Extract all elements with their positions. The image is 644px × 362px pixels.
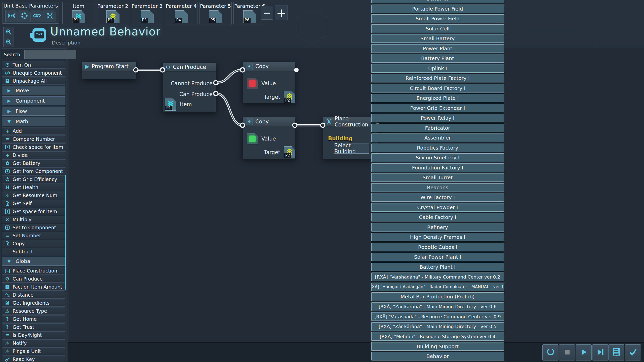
- category-flow[interactable]: ▶Flow: [2, 107, 65, 116]
- building-option-rx-z-r-k-r-na-main-mining-directory-ver-0-5[interactable]: [RXĀ] "Zār-kārāna" - Main Mining Directo…: [371, 322, 504, 331]
- parameter-slot-p5[interactable]: P5: [209, 10, 222, 23]
- building-option-refinery[interactable]: Refinery: [371, 223, 504, 232]
- instruction-get-home[interactable]: ?Get Home: [2, 315, 65, 323]
- category-global[interactable]: ▼Global: [2, 257, 65, 266]
- instruction-get-resource-num[interactable]: ⚠Get Resource Num: [2, 192, 65, 199]
- tab-parameter-5[interactable]: Parameter 5P5: [199, 2, 232, 24]
- instruction-get-space-for-item[interactable]: ?Get space for item: [2, 208, 65, 215]
- instruction-unpackage-all[interactable]: Unpackage All: [2, 77, 65, 85]
- category-math[interactable]: ▼Math: [2, 117, 65, 126]
- parameter-slot-p3[interactable]: P3: [141, 10, 154, 23]
- parameter-slot-p6[interactable]: P6: [243, 10, 256, 23]
- category-component[interactable]: ▶Component: [2, 96, 65, 105]
- collapse-button[interactable]: [44, 10, 56, 22]
- building-option-wire-factory-i[interactable]: Wire Factory I: [371, 193, 504, 202]
- building-option-small-power-field[interactable]: Small Power Field: [371, 14, 504, 23]
- building-option-power-plant[interactable]: Power Plant: [371, 44, 504, 53]
- tab-parameter-4[interactable]: Parameter 4P4: [165, 2, 197, 24]
- instruction-set-number[interactable]: =Set Number: [2, 232, 65, 239]
- building-option-small-turret[interactable]: Small Turret: [371, 173, 504, 182]
- node-copy-bottom[interactable]: Copy Value Target P2: [243, 117, 295, 159]
- instruction-place-construction[interactable]: Place Construction: [2, 267, 65, 275]
- building-option-solar-cell[interactable]: Solar Cell: [371, 24, 504, 33]
- building-option-reinforced-plate-factory-i[interactable]: Reinforced Plate Factory I: [371, 74, 504, 82]
- stop-button[interactable]: [559, 344, 575, 360]
- node-title-bar[interactable]: Copy: [243, 62, 295, 71]
- sidebar-scrollbar-thumb[interactable]: [65, 175, 66, 290]
- building-option-power-grid-extender-i[interactable]: Power Grid Extender I: [371, 104, 504, 112]
- behavior-title[interactable]: Unnamed Behavior: [50, 25, 160, 38]
- tab-parameter-3[interactable]: Parameter 3P3: [131, 2, 163, 24]
- node-can-produce[interactable]: ⚙ Can Produce Cannot Produce Can Produce…: [163, 63, 216, 112]
- building-option-building-support[interactable]: Building Support: [371, 342, 504, 351]
- behavior-graph-canvas[interactable]: ▶ Program Start ⚙ Can Produce Cannot Pro…: [68, 48, 644, 343]
- parameter-slot-p1[interactable]: P1: [72, 10, 85, 23]
- instruction-subtract[interactable]: −Subtract: [2, 248, 65, 255]
- step-button[interactable]: [592, 344, 608, 360]
- select-building-button[interactable]: Select Building: [334, 144, 369, 154]
- value-chip-green[interactable]: [247, 133, 258, 144]
- confirm-button[interactable]: [625, 344, 641, 360]
- node-title-bar[interactable]: ⚙ Can Produce: [163, 63, 216, 72]
- link-button[interactable]: [31, 10, 43, 22]
- building-option-beacons[interactable]: Beacons: [371, 183, 504, 192]
- instruction-get-ingredients[interactable]: Get Ingredients: [2, 299, 65, 307]
- behavior-description[interactable]: Description: [52, 40, 80, 46]
- instruction-is-day-night[interactable]: =Is Day/Night: [2, 331, 65, 339]
- instruction-get-health[interactable]: HGet Health: [2, 184, 65, 191]
- instruction-get-self[interactable]: Get Self: [2, 200, 65, 207]
- rotate-button[interactable]: [18, 10, 31, 22]
- building-option-foundation-factory-i[interactable]: Foundation Factory I: [371, 163, 504, 172]
- tab-parameter-2[interactable]: Parameter 2P2: [97, 2, 129, 24]
- instruction-compare-number[interactable]: =Compare Number: [2, 135, 65, 143]
- building-option-crystal-powder-i[interactable]: Crystal Powder I: [371, 203, 504, 212]
- instruction-read-key[interactable]: Read Key: [2, 355, 65, 362]
- value-chip-red[interactable]: [247, 78, 258, 89]
- instruction-multiply[interactable]: ×Multiply: [2, 216, 65, 223]
- reset-button[interactable]: [542, 344, 558, 360]
- building-option-silicon-smeltery-i[interactable]: Silicon Smeltery I: [371, 153, 504, 162]
- target-row[interactable]: Target P2: [264, 146, 295, 158]
- parameter-slot-p2[interactable]: P2: [284, 146, 295, 158]
- instruction-copy[interactable]: Copy: [2, 240, 65, 247]
- building-option-power-relay-i[interactable]: Power Relay I: [371, 114, 504, 122]
- parameter-slot-p2[interactable]: P2: [284, 91, 295, 103]
- parameter-slot-p1[interactable]: P1: [165, 98, 176, 111]
- instruction-pings-a-unit[interactable]: ⚠Pings a Unit: [2, 347, 65, 355]
- building-option-behavior[interactable]: Behavior: [371, 0, 504, 3]
- output-port-can-produce[interactable]: Can Produce: [179, 91, 213, 97]
- building-option-metal-bar-production-prefab[interactable]: Metal Bar Production (Prefab): [371, 292, 504, 301]
- remove-parameter-button[interactable]: −: [261, 6, 273, 20]
- parameter-slot-p4[interactable]: P4: [175, 10, 188, 23]
- instruction-turn-on[interactable]: Turn On: [2, 61, 65, 69]
- building-option-fabricator[interactable]: Fabricator: [371, 124, 504, 132]
- building-option-portable-power-field[interactable]: Portable Power Field: [371, 5, 504, 13]
- building-option-assembler[interactable]: Assembler: [371, 133, 504, 142]
- node-place-construction[interactable]: Place Construction Building Select Build…: [323, 117, 378, 159]
- instruction-notify[interactable]: ⚠Notify: [2, 339, 65, 347]
- building-option-rx-var-spada-resource-command-center-ver-0-9[interactable]: [RXĀ] "Varāspada" - Resource Command Cen…: [371, 312, 504, 321]
- building-option-battery-plant[interactable]: Battery Plant: [371, 54, 504, 63]
- building-option-rx-hamgar-i-azd-ng-n-radar-combinator-manual-ver-1-0[interactable]: [RXĀ] "Hamgar-i Azdāngān" - Radar Combin…: [371, 283, 504, 291]
- instruction-set-to-component[interactable]: Set to Component: [2, 224, 65, 231]
- building-option-cable-factory-i[interactable]: Cable Factory I: [371, 213, 504, 221]
- building-option-robotics-factory[interactable]: Robotics Factory: [371, 144, 504, 152]
- node-title-bar[interactable]: Place Construction: [323, 117, 378, 126]
- instruction-faction-item-amount[interactable]: ?Faction Item Amount: [2, 283, 65, 291]
- output-port-cannot-produce[interactable]: Cannot Produce: [171, 80, 213, 86]
- search-input[interactable]: [24, 50, 76, 59]
- zoom-out-button[interactable]: [3, 37, 14, 47]
- instruction-check-space-for-item[interactable]: ?Check space for item: [2, 143, 65, 151]
- signal-button[interactable]: [5, 10, 18, 22]
- category-move[interactable]: ▶Move: [2, 86, 65, 95]
- building-option-rx-mehr-n-resource-storage-system-ver-0-4[interactable]: [RXĀ] "Mehrān" - Resource Storage System…: [371, 332, 504, 341]
- building-option-rx-varsh-d-na-military-command-center-ver-0-2[interactable]: [RXĀ] "Varshādāna" - Military Command Ce…: [371, 273, 504, 281]
- building-option-energized-plate-i[interactable]: Energized Plate I: [371, 94, 504, 102]
- item-input-row[interactable]: P1 Item: [165, 98, 192, 111]
- zoom-in-button[interactable]: [3, 27, 14, 37]
- building-option-rx-z-r-k-r-na-main-mining-directory-ver-0-6[interactable]: [RXĀ] "Zār-kārāna" - Main Mining Directo…: [371, 302, 504, 311]
- instruction-can-produce[interactable]: ⚙Can Produce: [2, 275, 65, 283]
- building-option-robotic-cubes-i[interactable]: Robotic Cubes I: [371, 243, 504, 251]
- add-parameter-button[interactable]: +: [275, 6, 288, 20]
- building-option-small-battery[interactable]: Small Battery: [371, 34, 504, 43]
